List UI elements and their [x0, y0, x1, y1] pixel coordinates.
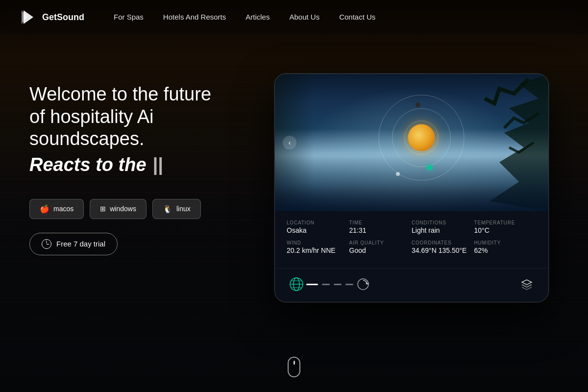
wind-label: WIND: [287, 240, 349, 245]
logo[interactable]: GetSound: [20, 8, 84, 26]
nav-for-spas[interactable]: For Spas: [114, 13, 144, 21]
conditions-cell: CONDITIONS Light rain: [412, 220, 474, 234]
dot-2[interactable]: [322, 284, 330, 285]
coordinates-label: COORDINATES: [412, 240, 474, 245]
macos-label: macos: [53, 205, 74, 213]
data-row-1: LOCATION Osaka TIME 21:31 CONDITIONS Lig…: [287, 220, 537, 234]
location-cell: LOCATION Osaka: [287, 220, 349, 234]
windows-icon: ⊞: [100, 205, 106, 213]
nav-hotels-resorts[interactable]: Hotels And Resorts: [163, 13, 226, 21]
linux-button[interactable]: 🐧 linux: [152, 199, 201, 219]
scroll-wheel: [294, 361, 295, 365]
air-quality-cell: AIR QUALITY Good: [349, 240, 412, 254]
nav-menu: For Spas Hotels And Resorts Articles Abo…: [114, 13, 375, 22]
app-card: ‹ LOCATION Osaka: [274, 74, 549, 302]
windows-button[interactable]: ⊞ windows: [90, 199, 147, 219]
cursor-bars: ||: [152, 154, 163, 175]
wind-cell: WIND 20.2 km/hr NNE: [287, 240, 349, 254]
data-row-2: WIND 20.2 km/hr NNE AIR QUALITY Good COO…: [287, 240, 537, 254]
location-label: LOCATION: [287, 220, 349, 225]
headline-line3: Reacts to the: [29, 154, 147, 175]
apple-icon: 🍎: [40, 204, 49, 214]
trial-label: Free 7 day trial: [56, 240, 105, 248]
nav-contact-us[interactable]: Contact Us: [339, 13, 375, 21]
logo-icon: [20, 8, 37, 26]
sun-orb: [408, 124, 435, 151]
linux-label: linux: [176, 205, 191, 213]
orbital-system: [372, 89, 470, 187]
humidity-label: HUMIDITY: [474, 240, 537, 245]
app-card-section: ‹ LOCATION Osaka: [265, 74, 559, 302]
dot-1[interactable]: [306, 284, 318, 285]
prev-arrow[interactable]: ‹: [283, 136, 296, 149]
card-image: ‹: [275, 74, 548, 211]
card-footer: [275, 268, 548, 302]
scroll-indicator: [288, 357, 300, 377]
wind-value: 20.2 km/hr NNE: [287, 246, 349, 254]
humidity-value: 62%: [474, 246, 537, 254]
globe-icon: [289, 276, 304, 292]
headline-line1: Welcome to the future: [29, 84, 211, 104]
hero-section: Welcome to the future of hospitality Ai …: [29, 74, 265, 255]
headline-animated: Reacts to the ||: [29, 154, 265, 175]
navbar: GetSound For Spas Hotels And Resorts Art…: [0, 0, 588, 34]
pagination: [306, 284, 353, 285]
scroll-mouse: [288, 357, 300, 377]
layers-icon: [519, 276, 535, 292]
refresh-icon: [355, 276, 371, 292]
planet-green: [427, 165, 432, 170]
windows-label: windows: [110, 205, 136, 213]
os-buttons-group: 🍎 macos ⊞ windows 🐧 linux: [29, 199, 265, 219]
macos-button[interactable]: 🍎 macos: [29, 199, 84, 219]
conditions-value: Light rain: [412, 226, 474, 234]
linux-icon: 🐧: [163, 204, 172, 214]
planet-outer: [396, 172, 400, 176]
planet-mercury: [416, 102, 420, 107]
main-content: Welcome to the future of hospitality Ai …: [0, 34, 588, 392]
conditions-label: CONDITIONS: [412, 220, 474, 225]
card-data: LOCATION Osaka TIME 21:31 CONDITIONS Lig…: [275, 211, 548, 268]
coordinates-cell: COORDINATES 34.69°N 135.50°E: [412, 240, 474, 254]
humidity-cell: HUMIDITY 62%: [474, 240, 537, 254]
location-value: Osaka: [287, 226, 349, 234]
nav-articles[interactable]: Articles: [245, 13, 270, 21]
time-value: 21:31: [349, 226, 412, 234]
globe-button[interactable]: [287, 274, 306, 294]
headline-line2: of hospitality Ai soundscapes.: [29, 106, 153, 149]
time-cell: TIME 21:31: [349, 220, 412, 234]
logo-text: GetSound: [42, 12, 84, 23]
nav-about-us[interactable]: About Us: [289, 13, 319, 21]
coordinates-value: 34.69°N 135.50°E: [412, 246, 474, 254]
temperature-value: 10°C: [474, 226, 537, 234]
layers-button[interactable]: [517, 274, 537, 294]
trial-button[interactable]: Free 7 day trial: [29, 233, 118, 255]
dot-3[interactable]: [334, 284, 342, 285]
dot-4[interactable]: [345, 284, 353, 285]
air-quality-value: Good: [349, 246, 412, 254]
air-quality-label: AIR QUALITY: [349, 240, 412, 245]
clock-icon: [42, 239, 51, 249]
refresh-button[interactable]: [353, 274, 373, 294]
time-label: TIME: [349, 220, 412, 225]
temperature-label: TEMPERATURE: [474, 220, 537, 225]
headline: Welcome to the future of hospitality Ai …: [29, 83, 265, 150]
temperature-cell: TEMPERATURE 10°C: [474, 220, 537, 234]
